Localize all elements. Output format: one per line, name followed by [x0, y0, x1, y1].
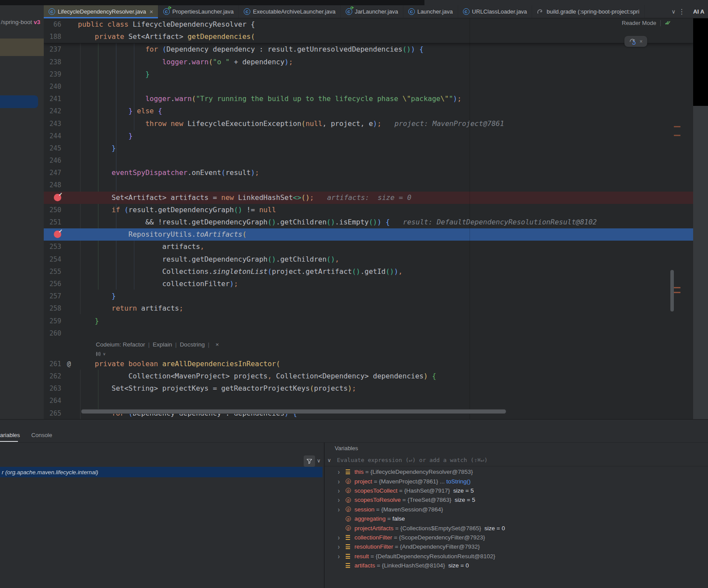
error-stripe-mark[interactable] — [674, 126, 680, 127]
line-number[interactable]: 256 — [49, 278, 61, 290]
gutter[interactable] — [44, 192, 78, 204]
code-line[interactable]: 251 && !result.getDependencyGraph().getC… — [44, 216, 693, 228]
close-icon[interactable]: × — [215, 341, 219, 348]
project-highlight-row[interactable] — [0, 95, 38, 108]
editor-tab[interactable]: CJarLauncher.java — [341, 5, 403, 18]
gutter[interactable]: 66 — [44, 18, 78, 31]
gutter[interactable]: 237 — [44, 43, 78, 56]
gutter[interactable]: 242 — [44, 105, 78, 117]
code-line[interactable]: 241 logger.warn("Try running the build u… — [44, 93, 693, 105]
expand-chevron-icon[interactable]: › — [338, 468, 346, 476]
horizontal-scrollbar[interactable] — [81, 409, 506, 414]
line-number[interactable]: 255 — [49, 266, 61, 278]
gutter[interactable]: 250 — [44, 204, 78, 216]
code-line[interactable]: Set<Artifact> artifacts = new LinkedHash… — [44, 192, 693, 204]
line-number[interactable]: 261 — [49, 358, 61, 370]
code-line[interactable]: 240 — [44, 80, 693, 93]
variable-row[interactable]: ›collectionFilter = {ScopeDependencyFilt… — [325, 533, 708, 542]
expand-chevron-icon[interactable]: › — [338, 552, 346, 560]
line-number[interactable]: 237 — [49, 43, 61, 56]
code-line[interactable]: 247 eventSpyDispatcher.onEvent(result); — [44, 167, 693, 179]
codeium-action[interactable]: Docstring — [180, 341, 205, 348]
codeium-action[interactable]: Explain — [153, 341, 172, 348]
line-number[interactable]: 254 — [49, 253, 61, 266]
line-number[interactable]: 257 — [49, 290, 61, 302]
gutter[interactable]: 257 — [44, 290, 78, 302]
code-line[interactable]: RepositoryUtils.toArtifacts( — [44, 228, 693, 241]
gutter[interactable]: 251 — [44, 216, 78, 228]
chevron-down-icon[interactable]: ∨ — [327, 457, 331, 463]
line-number[interactable]: 247 — [49, 167, 61, 179]
code-line[interactable]: 238 logger.warn("o " + dependency); — [44, 56, 693, 68]
variable-row[interactable]: ›psession = {MavenSession@7864} — [325, 505, 708, 514]
line-number[interactable]: 244 — [49, 130, 61, 142]
code-line[interactable]: 258 return artifacts; — [44, 302, 693, 315]
gutter[interactable] — [44, 228, 78, 241]
error-stripe-mark[interactable] — [674, 292, 680, 293]
variable-row[interactable]: ›resolutionFilter = {AndDependencyFilter… — [325, 542, 708, 551]
line-number[interactable]: 242 — [49, 105, 61, 117]
gutter[interactable]: 259 — [44, 315, 78, 327]
code-line[interactable]: 263 Set<String> projectKeys = getReactor… — [44, 382, 693, 395]
code-editor[interactable]: 66public class LifecycleDependencyResolv… — [44, 18, 693, 419]
debug-tab-console[interactable]: Console — [32, 432, 53, 441]
codeium-actions[interactable]: Codeium: Refactor|Explain|Docstring|× — [44, 340, 693, 350]
editor-tab[interactable]: CURLClassLoader.java — [458, 5, 533, 18]
tabs-kebab-menu-icon[interactable]: ⋮ — [678, 7, 685, 16]
variable-row[interactable]: artifacts = {LinkedHashSet@8104} size = … — [325, 561, 708, 570]
code-line[interactable]: 239 } — [44, 68, 693, 80]
editor-tab[interactable]: CExecutableArchiveLauncher.java — [239, 5, 341, 18]
filter-button[interactable] — [304, 455, 315, 467]
gutter[interactable]: 239 — [44, 68, 78, 80]
code-line[interactable]: 253 artifacts, — [44, 241, 693, 253]
gutter[interactable]: 247 — [44, 167, 78, 179]
ai-assistant-label[interactable]: AI A — [693, 8, 708, 15]
expand-chevron-icon[interactable]: › — [338, 533, 346, 541]
annotation-gutter-icon[interactable]: @ — [67, 358, 71, 370]
gutter[interactable]: 240 — [44, 80, 78, 93]
debug-tab-ariables[interactable]: ariables — [0, 432, 20, 441]
reader-mode-label[interactable]: Reader Mode — [622, 20, 656, 26]
breakpoint-icon[interactable] — [54, 194, 61, 201]
gutter[interactable]: 245 — [44, 142, 78, 154]
variable-row[interactable]: paggregating = false — [325, 514, 708, 523]
code-line[interactable]: 242 } else { — [44, 105, 693, 117]
line-number[interactable]: 262 — [49, 370, 61, 382]
variable-row[interactable]: pprojectArtifacts = {Collections$EmptySe… — [325, 523, 708, 532]
variable-row[interactable]: ›pscopesToCollect = {HashSet@7917} size … — [325, 486, 708, 495]
gutter[interactable]: 243 — [44, 118, 78, 130]
line-number[interactable]: 258 — [49, 302, 61, 315]
line-number[interactable]: 248 — [49, 179, 61, 191]
code-line[interactable]: 259 } — [44, 315, 693, 327]
line-number[interactable]: 259 — [49, 315, 61, 327]
gutter[interactable]: 238 — [44, 56, 78, 68]
codeium-action[interactable]: Codeium: Refactor — [96, 341, 145, 348]
expand-chevron-icon[interactable]: › — [338, 486, 346, 494]
inspections-ok-icon[interactable]: ✓✓ — [665, 20, 671, 26]
gutter[interactable]: 255 — [44, 266, 78, 278]
line-number[interactable]: 264 — [49, 395, 61, 407]
code-line[interactable]: 255 Collections.singletonList(project.ge… — [44, 266, 693, 278]
variable-row[interactable]: ›result = {DefaultDependencyResolutionRe… — [325, 552, 708, 561]
code-line[interactable]: 261@ private boolean areAllDependenciesI… — [44, 358, 693, 370]
line-number[interactable]: 239 — [49, 68, 61, 80]
codeium-refresh-icon[interactable] — [629, 38, 636, 45]
gutter[interactable]: 264 — [44, 395, 78, 407]
editor-tab[interactable]: CLauncher.java — [403, 5, 458, 18]
gutter[interactable]: 261@ — [44, 358, 78, 370]
gutter[interactable]: 265 — [44, 407, 78, 419]
code-line[interactable]: 246 — [44, 154, 693, 167]
line-number[interactable]: 241 — [49, 93, 61, 105]
tostring-link[interactable]: toString() — [446, 478, 471, 485]
chevron-down-icon[interactable]: ∨ — [103, 352, 106, 356]
code-line[interactable]: 243 throw new LifecycleExecutionExceptio… — [44, 118, 693, 130]
codeium-logo-icon[interactable] — [96, 351, 101, 357]
code-line[interactable]: 256 collectionFilter); — [44, 278, 693, 290]
gutter[interactable]: 248 — [44, 179, 78, 191]
code-line[interactable]: 260 — [44, 327, 693, 340]
line-number[interactable]: 66 — [53, 18, 61, 31]
code-line[interactable]: 254 result.getDependencyGraph().getChild… — [44, 253, 693, 266]
line-number[interactable]: 265 — [49, 407, 61, 419]
gutter[interactable]: 254 — [44, 253, 78, 266]
expand-chevron-icon[interactable]: › — [338, 543, 346, 551]
